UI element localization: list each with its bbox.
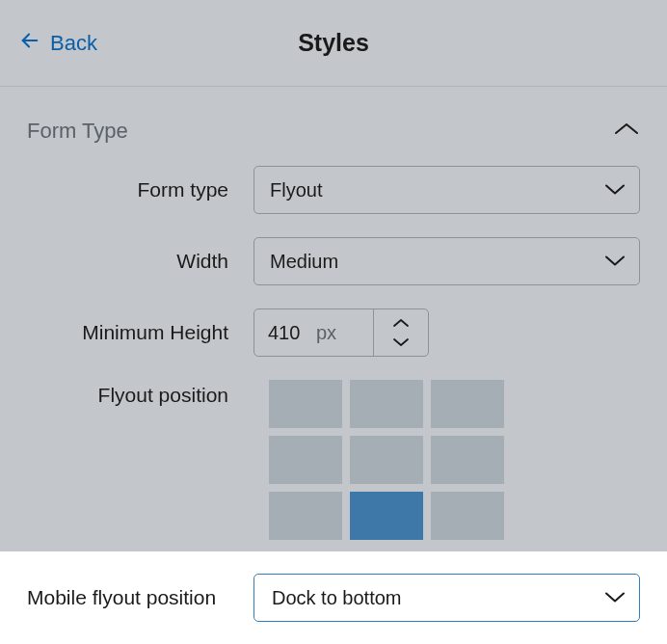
width-label: Width (27, 250, 253, 273)
min-height-value[interactable]: 410 (254, 309, 316, 356)
form-body: Form type Flyout Width Medium (0, 154, 667, 540)
flyout-position-grid (269, 380, 640, 540)
min-height-label: Minimum Height (27, 321, 253, 344)
chevron-down-icon (604, 179, 626, 201)
chevron-up-icon (613, 121, 640, 141)
header: Back Styles (0, 0, 667, 87)
min-height-unit: px (316, 309, 374, 356)
page-title: Styles (298, 29, 369, 57)
position-cell-middle-center[interactable] (350, 436, 423, 484)
section-title: Form Type (27, 119, 128, 144)
min-height-stepper[interactable]: 410 px (253, 309, 429, 357)
form-type-select[interactable]: Flyout (253, 166, 640, 214)
section-header[interactable]: Form Type (0, 87, 667, 154)
position-cell-middle-right[interactable] (431, 436, 504, 484)
width-value: Medium (270, 251, 338, 273)
back-button[interactable]: Back (19, 30, 97, 57)
position-cell-top-right[interactable] (431, 380, 504, 428)
row-min-height: Minimum Height 410 px (27, 309, 640, 357)
form-type-label: Form type (27, 178, 253, 201)
row-width: Width Medium (27, 237, 640, 285)
back-label: Back (50, 31, 97, 56)
stepper-buttons[interactable] (374, 309, 428, 356)
mobile-flyout-bar: Mobile flyout position Dock to bottom (0, 551, 667, 644)
position-cell-top-center[interactable] (350, 380, 423, 428)
row-form-type: Form type Flyout (27, 166, 640, 214)
arrow-left-icon (19, 30, 40, 57)
flyout-position-label: Flyout position (27, 380, 253, 407)
chevron-down-icon (604, 251, 626, 273)
position-cell-bottom-left[interactable] (269, 492, 342, 540)
position-cell-bottom-center[interactable] (350, 492, 423, 540)
position-cell-middle-left[interactable] (269, 436, 342, 484)
chevron-down-icon (604, 587, 626, 609)
chevron-down-icon (392, 334, 410, 351)
form-type-value: Flyout (270, 179, 322, 201)
chevron-up-icon (392, 314, 410, 332)
row-flyout-position: Flyout position (27, 380, 640, 540)
position-cell-bottom-right[interactable] (431, 492, 504, 540)
width-select[interactable]: Medium (253, 237, 640, 285)
mobile-flyout-label: Mobile flyout position (27, 584, 253, 611)
mobile-flyout-value: Dock to bottom (272, 587, 402, 609)
position-cell-top-left[interactable] (269, 380, 342, 428)
mobile-flyout-select[interactable]: Dock to bottom (253, 574, 640, 622)
